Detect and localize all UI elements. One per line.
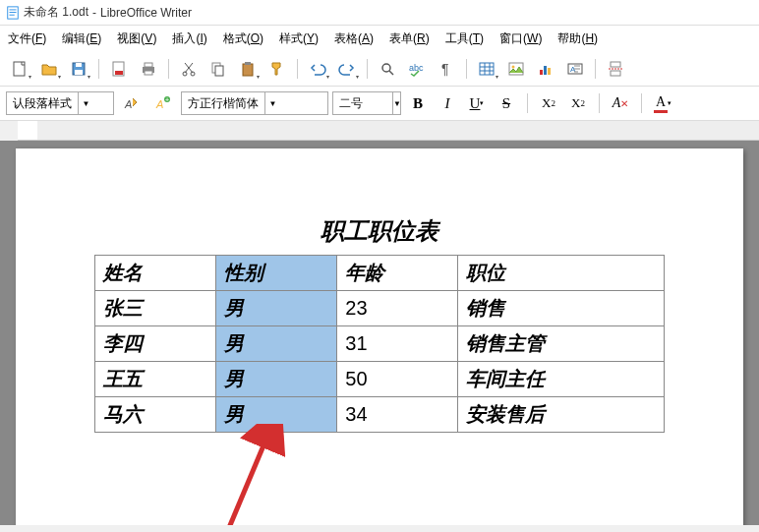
menu-format[interactable]: 格式(O)	[215, 28, 271, 50]
paste-button[interactable]: ▾	[234, 56, 262, 82]
nonprinting-button[interactable]: ¶	[433, 56, 460, 82]
paragraph-style-value: 认段落样式	[7, 95, 78, 112]
cell-gender[interactable]: 男	[216, 397, 337, 433]
cell-age[interactable]: 34	[337, 397, 458, 433]
svg-rect-22	[480, 63, 494, 75]
menu-styles[interactable]: 样式(Y)	[271, 28, 326, 50]
page-break-button[interactable]	[602, 56, 629, 82]
format-toolbar: 认段落样式 ▼ A A+ 方正行楷简体 ▼ 二号 ▼ B I U▾ S X2 X…	[0, 87, 759, 121]
svg-rect-9	[115, 71, 123, 75]
font-color-button[interactable]: A▾	[650, 91, 675, 115]
superscript-button[interactable]: X2	[536, 91, 561, 115]
document-area[interactable]: 职工职位表 姓名 性别 年龄 职位 张三 男 23 销售 李四 男 31 销售主…	[0, 141, 759, 525]
svg-rect-17	[243, 64, 253, 76]
insert-chart-button[interactable]	[532, 56, 559, 82]
cell-position[interactable]: 车间主任	[458, 362, 665, 397]
cell-age[interactable]: 23	[337, 291, 458, 326]
cell-position[interactable]: 销售	[458, 291, 665, 326]
font-name-combo[interactable]: 方正行楷简体 ▼	[181, 91, 328, 115]
page[interactable]: 职工职位表 姓名 性别 年龄 职位 张三 男 23 销售 李四 男 31 销售主…	[16, 148, 743, 525]
chevron-down-icon[interactable]: ▼	[78, 92, 93, 114]
cut-button[interactable]	[175, 56, 203, 82]
menu-window[interactable]: 窗口(W)	[492, 28, 550, 50]
underline-button[interactable]: U▾	[464, 91, 490, 115]
undo-button[interactable]: ▾	[304, 56, 331, 82]
cell-gender[interactable]: 男	[216, 291, 337, 326]
employee-table[interactable]: 姓名 性别 年龄 职位 张三 男 23 销售 李四 男 31 销售主管 王五 男…	[94, 255, 665, 433]
header-gender[interactable]: 性别	[216, 256, 337, 291]
document-title[interactable]: 职工职位表	[94, 207, 665, 255]
spellcheck-button[interactable]: abc	[403, 56, 431, 82]
menu-table[interactable]: 表格(A)	[326, 28, 381, 50]
cell-position[interactable]: 安装售后	[458, 397, 665, 433]
svg-rect-27	[548, 68, 551, 75]
update-style-button[interactable]: A	[118, 90, 146, 116]
cell-name[interactable]: 李四	[95, 326, 216, 362]
new-button[interactable]: ▾	[6, 56, 33, 82]
font-size-combo[interactable]: 二号 ▼	[332, 91, 401, 115]
cell-gender[interactable]: 男	[216, 326, 337, 362]
insert-table-button[interactable]: ▾	[473, 56, 500, 82]
svg-rect-6	[75, 70, 83, 75]
cell-name[interactable]: 王五	[95, 362, 216, 397]
svg-rect-12	[145, 71, 152, 75]
svg-rect-4	[14, 62, 25, 76]
menu-file[interactable]: 文件(F)	[0, 28, 54, 50]
clone-formatting-button[interactable]	[263, 56, 291, 82]
svg-text:¶: ¶	[441, 61, 449, 77]
svg-text:abc: abc	[409, 63, 424, 73]
svg-rect-3	[10, 14, 15, 15]
window-title-appname: LibreOffice Writer	[100, 6, 192, 20]
menu-help[interactable]: 帮助(H)	[550, 28, 606, 50]
svg-rect-31	[611, 71, 620, 76]
print-button[interactable]	[135, 56, 162, 82]
cell-age[interactable]: 50	[337, 362, 458, 397]
insert-textbox-button[interactable]: A	[561, 56, 589, 82]
header-name[interactable]: 姓名	[95, 256, 216, 291]
svg-text:A: A	[124, 98, 132, 110]
cell-position[interactable]: 销售主管	[458, 326, 665, 362]
svg-text:+: +	[165, 96, 169, 103]
cell-age[interactable]: 31	[337, 326, 458, 362]
cell-name[interactable]: 马六	[95, 397, 216, 433]
strikethrough-button[interactable]: S	[494, 91, 519, 115]
insert-image-button[interactable]	[502, 56, 530, 82]
svg-rect-1	[10, 9, 17, 10]
menu-form[interactable]: 表单(R)	[381, 28, 438, 50]
main-toolbar: ▾ ▾ ▾ ▾ ▾ ▾ abc ¶ ▾ A	[0, 52, 759, 87]
menubar: 文件(F) 编辑(E) 视图(V) 插入(I) 格式(O) 样式(Y) 表格(A…	[0, 26, 759, 52]
svg-rect-16	[215, 66, 223, 76]
subscript-button[interactable]: X2	[565, 91, 591, 115]
svg-text:A: A	[155, 98, 163, 110]
open-button[interactable]: ▾	[35, 56, 63, 82]
svg-rect-2	[10, 12, 17, 13]
horizontal-ruler[interactable]	[18, 121, 759, 141]
menu-view[interactable]: 视图(V)	[109, 28, 164, 50]
chevron-down-icon[interactable]: ▼	[264, 92, 280, 114]
clear-formatting-button[interactable]: A✕	[608, 91, 633, 115]
find-button[interactable]	[374, 56, 401, 82]
menu-insert[interactable]: 插入(I)	[164, 28, 214, 50]
table-row: 李四 男 31 销售主管	[95, 326, 665, 362]
cell-name[interactable]: 张三	[95, 291, 216, 326]
bold-button[interactable]: B	[405, 91, 431, 115]
paragraph-style-combo[interactable]: 认段落样式 ▼	[6, 91, 114, 115]
copy-button[interactable]	[204, 56, 232, 82]
table-row: 王五 男 50 车间主任	[95, 362, 665, 397]
header-position[interactable]: 职位	[458, 256, 665, 291]
chevron-down-icon[interactable]: ▼	[392, 92, 401, 114]
italic-button[interactable]: I	[435, 91, 460, 115]
app-icon	[6, 6, 20, 20]
table-row: 马六 男 34 安装售后	[95, 397, 665, 433]
header-age[interactable]: 年龄	[337, 256, 458, 291]
redo-button[interactable]: ▾	[333, 56, 361, 82]
export-pdf-button[interactable]	[105, 56, 133, 82]
new-style-button[interactable]: A+	[149, 90, 177, 116]
annotation-arrow	[183, 424, 301, 525]
cell-gender[interactable]: 男	[216, 362, 337, 397]
svg-rect-26	[544, 66, 547, 75]
window-title-filename: 未命名 1.odt	[24, 4, 88, 21]
save-button[interactable]: ▾	[65, 56, 92, 82]
menu-edit[interactable]: 编辑(E)	[54, 28, 109, 50]
menu-tools[interactable]: 工具(T)	[438, 28, 492, 50]
